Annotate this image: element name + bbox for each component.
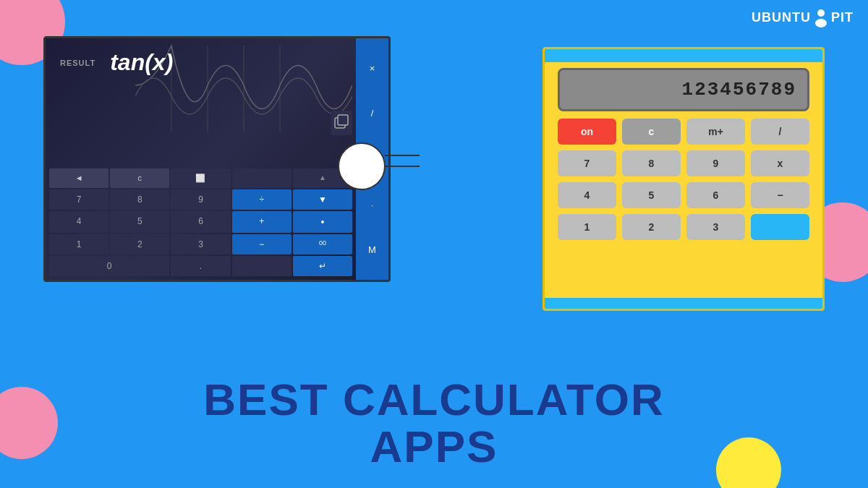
calc-btn: 2 xyxy=(110,234,169,254)
copy-icon xyxy=(331,111,352,135)
logo-text: UBUNTU xyxy=(752,10,811,25)
btn-9[interactable]: 9 xyxy=(686,150,745,176)
calc-btn: ◄ xyxy=(49,168,109,188)
btn-8[interactable]: 8 xyxy=(622,150,681,176)
calc-btn: 00 xyxy=(293,234,352,254)
calc-btn: 5 xyxy=(110,211,169,233)
on-button[interactable]: on xyxy=(558,119,616,145)
calc-btn: . xyxy=(171,256,230,276)
btn-7[interactable]: 7 xyxy=(558,150,616,176)
logo-pit-text: PIT xyxy=(831,10,854,25)
divide-button[interactable]: / xyxy=(751,119,809,145)
top-button-row: on c m+ / xyxy=(558,119,809,145)
calc-btn: 1 xyxy=(49,234,109,254)
calc-btn: c xyxy=(110,168,169,188)
calc-top-bar xyxy=(545,49,822,62)
calc-btn: 6 xyxy=(171,211,230,233)
calc-btn: − xyxy=(232,234,292,254)
calc-btn: 7 xyxy=(49,189,109,210)
calc-display: 123456789 xyxy=(558,68,809,111)
result-label: RESULT xyxy=(60,59,95,67)
btn-blue[interactable] xyxy=(751,214,809,240)
btn-6[interactable]: 6 xyxy=(686,182,745,208)
btn-4[interactable]: 4 xyxy=(558,182,616,208)
calc-btn: + xyxy=(232,211,292,233)
title-section: BEST CALCULATOR APPS xyxy=(0,376,868,470)
images-section: RESULT tan(x) × / + · M ◄ c ⬜ xyxy=(43,36,825,311)
calc-buttons-grid: ◄ c ⬜ ▲ 7 8 9 ÷ ▼ 4 5 6 + • 1 2 3 xyxy=(49,168,352,276)
btn-5[interactable]: 5 xyxy=(622,182,681,208)
classic-calculator-image: 123456789 on c m+ / 7 8 9 x 4 5 6 − 1 2 … xyxy=(542,47,825,311)
svg-rect-7 xyxy=(338,115,348,125)
svg-point-1 xyxy=(815,19,827,27)
btn-multiply[interactable]: x xyxy=(751,150,809,176)
calc-btn xyxy=(232,168,292,188)
calc-bottom-bar xyxy=(545,298,822,309)
calc-btn: 3 xyxy=(171,234,230,254)
number-row-2: 4 5 6 − xyxy=(558,182,809,208)
calc-btn: ↵ xyxy=(293,256,352,276)
connector-svg xyxy=(326,137,420,195)
calc-btn: 8 xyxy=(110,189,169,210)
title-line2: APPS xyxy=(0,423,868,470)
calc-btn: 4 xyxy=(49,211,109,233)
btn-1[interactable]: 1 xyxy=(558,214,616,240)
btn-2[interactable]: 2 xyxy=(622,214,681,240)
calc-btn: ÷ xyxy=(232,189,292,210)
c-button[interactable]: c xyxy=(622,119,681,145)
calc-btn: 0 xyxy=(49,256,169,276)
calc-btn xyxy=(232,256,292,276)
main-title: BEST CALCULATOR APPS xyxy=(0,376,868,470)
number-row-1: 7 8 9 x xyxy=(558,150,809,176)
ubuntu-logo-icon xyxy=(811,7,831,27)
calc-btn: • xyxy=(293,211,352,233)
svg-point-0 xyxy=(817,9,825,17)
display-text: 123456789 xyxy=(682,79,796,100)
calc-btn: ⬜ xyxy=(171,168,230,188)
header: UBUNTU PIT xyxy=(752,7,854,27)
number-row-3: 1 2 3 xyxy=(558,214,809,240)
svg-point-8 xyxy=(339,143,385,189)
tan-expression: tan(x) xyxy=(110,49,173,76)
calc-btn: 9 xyxy=(171,189,230,210)
btn-minus[interactable]: − xyxy=(751,182,809,208)
title-line1: BEST CALCULATOR xyxy=(0,376,868,423)
btn-3[interactable]: 3 xyxy=(686,214,745,240)
mplus-button[interactable]: m+ xyxy=(686,119,745,145)
